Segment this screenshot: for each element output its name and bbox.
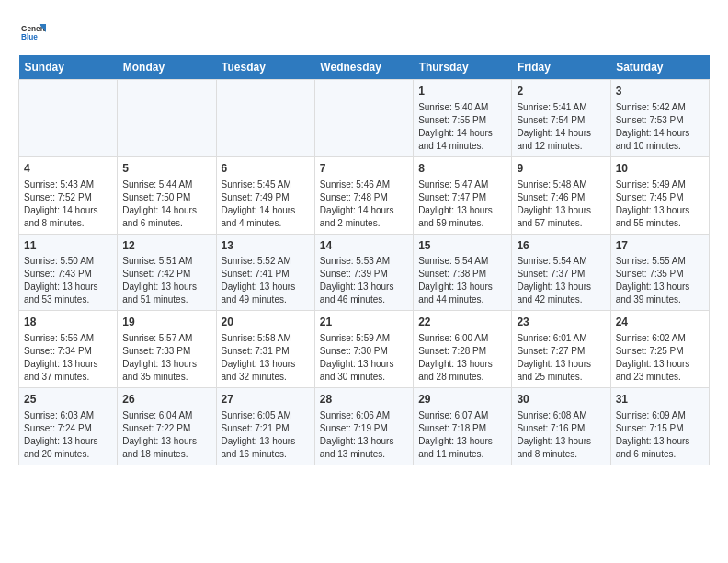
day-number: 17 [616, 238, 704, 254]
day-number: 7 [320, 161, 408, 177]
calendar-cell: 10Sunrise: 5:49 AM Sunset: 7:45 PM Dayli… [610, 156, 709, 234]
calendar-cell [314, 80, 413, 157]
day-number: 1 [418, 84, 506, 99]
calendar-week-2: 4Sunrise: 5:43 AM Sunset: 7:52 PM Daylig… [19, 156, 710, 234]
day-number: 12 [122, 238, 210, 254]
header-day-saturday: Saturday [610, 55, 709, 80]
day-info: Sunrise: 6:03 AM Sunset: 7:24 PM Dayligh… [24, 409, 112, 461]
day-info: Sunrise: 6:00 AM Sunset: 7:28 PM Dayligh… [418, 332, 506, 384]
day-info: Sunrise: 6:05 AM Sunset: 7:21 PM Dayligh… [222, 409, 310, 461]
day-number: 3 [616, 84, 704, 99]
day-info: Sunrise: 6:07 AM Sunset: 7:18 PM Dayligh… [418, 409, 506, 461]
calendar-cell: 7Sunrise: 5:46 AM Sunset: 7:48 PM Daylig… [314, 156, 413, 234]
day-info: Sunrise: 5:53 AM Sunset: 7:39 PM Dayligh… [320, 255, 408, 306]
calendar-cell: 13Sunrise: 5:52 AM Sunset: 7:41 PM Dayli… [216, 234, 314, 311]
calendar-body: 1Sunrise: 5:40 AM Sunset: 7:55 PM Daylig… [19, 80, 710, 465]
day-number: 2 [517, 84, 605, 99]
day-info: Sunrise: 6:01 AM Sunset: 7:27 PM Dayligh… [517, 332, 605, 384]
header-day-thursday: Thursday [414, 55, 512, 80]
calendar-cell: 15Sunrise: 5:54 AM Sunset: 7:38 PM Dayli… [414, 234, 512, 311]
day-info: Sunrise: 6:02 AM Sunset: 7:25 PM Dayligh… [616, 332, 704, 384]
calendar-cell: 9Sunrise: 5:48 AM Sunset: 7:46 PM Daylig… [512, 156, 610, 234]
calendar-cell: 22Sunrise: 6:00 AM Sunset: 7:28 PM Dayli… [414, 311, 512, 388]
day-info: Sunrise: 5:50 AM Sunset: 7:43 PM Dayligh… [24, 255, 112, 306]
day-info: Sunrise: 5:44 AM Sunset: 7:50 PM Dayligh… [122, 178, 210, 230]
calendar-cell: 3Sunrise: 5:42 AM Sunset: 7:53 PM Daylig… [610, 80, 709, 157]
day-info: Sunrise: 5:54 AM Sunset: 7:38 PM Dayligh… [418, 255, 506, 306]
day-number: 23 [517, 315, 605, 330]
header-day-sunday: Sunday [19, 55, 118, 80]
svg-text:Blue: Blue [21, 33, 38, 41]
day-number: 4 [24, 161, 112, 177]
calendar-cell: 19Sunrise: 5:57 AM Sunset: 7:33 PM Dayli… [118, 311, 216, 388]
calendar-cell: 26Sunrise: 6:04 AM Sunset: 7:22 PM Dayli… [118, 388, 216, 465]
day-number: 28 [320, 392, 408, 408]
day-number: 26 [122, 392, 210, 408]
header-day-wednesday: Wednesday [314, 55, 413, 80]
day-number: 8 [418, 161, 506, 177]
calendar-week-4: 18Sunrise: 5:56 AM Sunset: 7:34 PM Dayli… [19, 311, 710, 388]
day-number: 24 [616, 315, 704, 330]
calendar-cell: 20Sunrise: 5:58 AM Sunset: 7:31 PM Dayli… [216, 311, 314, 388]
day-number: 14 [320, 238, 408, 254]
calendar-cell: 31Sunrise: 6:09 AM Sunset: 7:15 PM Dayli… [610, 388, 709, 465]
day-number: 9 [517, 161, 605, 177]
calendar-cell [118, 80, 216, 157]
calendar-cell [216, 80, 314, 157]
day-info: Sunrise: 5:43 AM Sunset: 7:52 PM Dayligh… [24, 178, 112, 230]
day-info: Sunrise: 5:47 AM Sunset: 7:47 PM Dayligh… [418, 178, 506, 230]
day-info: Sunrise: 5:52 AM Sunset: 7:41 PM Dayligh… [222, 255, 310, 306]
day-number: 30 [517, 392, 605, 408]
day-number: 25 [24, 392, 112, 408]
header-day-tuesday: Tuesday [216, 55, 314, 80]
page-header: General Blue [18, 18, 710, 46]
calendar-week-5: 25Sunrise: 6:03 AM Sunset: 7:24 PM Dayli… [19, 388, 710, 465]
calendar-cell: 5Sunrise: 5:44 AM Sunset: 7:50 PM Daylig… [118, 156, 216, 234]
calendar-cell: 29Sunrise: 6:07 AM Sunset: 7:18 PM Dayli… [414, 388, 512, 465]
day-info: Sunrise: 5:46 AM Sunset: 7:48 PM Dayligh… [320, 178, 408, 230]
calendar-cell: 2Sunrise: 5:41 AM Sunset: 7:54 PM Daylig… [512, 80, 610, 157]
day-info: Sunrise: 5:58 AM Sunset: 7:31 PM Dayligh… [222, 332, 310, 384]
day-number: 19 [122, 315, 210, 330]
day-info: Sunrise: 5:42 AM Sunset: 7:53 PM Dayligh… [616, 101, 704, 153]
day-info: Sunrise: 6:04 AM Sunset: 7:22 PM Dayligh… [122, 409, 210, 461]
day-info: Sunrise: 5:55 AM Sunset: 7:35 PM Dayligh… [616, 255, 704, 306]
day-number: 18 [24, 315, 112, 330]
day-number: 13 [222, 238, 310, 254]
calendar-cell: 6Sunrise: 5:45 AM Sunset: 7:49 PM Daylig… [216, 156, 314, 234]
calendar-cell: 30Sunrise: 6:08 AM Sunset: 7:16 PM Dayli… [512, 388, 610, 465]
day-info: Sunrise: 5:41 AM Sunset: 7:54 PM Dayligh… [517, 101, 605, 153]
day-info: Sunrise: 5:59 AM Sunset: 7:30 PM Dayligh… [320, 332, 408, 384]
day-info: Sunrise: 6:08 AM Sunset: 7:16 PM Dayligh… [517, 409, 605, 461]
day-info: Sunrise: 5:49 AM Sunset: 7:45 PM Dayligh… [616, 178, 704, 230]
day-info: Sunrise: 5:57 AM Sunset: 7:33 PM Dayligh… [122, 332, 210, 384]
day-number: 15 [418, 238, 506, 254]
day-number: 31 [616, 392, 704, 408]
day-number: 27 [222, 392, 310, 408]
calendar-cell: 17Sunrise: 5:55 AM Sunset: 7:35 PM Dayli… [610, 234, 709, 311]
calendar-cell: 24Sunrise: 6:02 AM Sunset: 7:25 PM Dayli… [610, 311, 709, 388]
day-info: Sunrise: 5:56 AM Sunset: 7:34 PM Dayligh… [24, 332, 112, 384]
day-info: Sunrise: 6:09 AM Sunset: 7:15 PM Dayligh… [616, 409, 704, 461]
calendar-cell: 12Sunrise: 5:51 AM Sunset: 7:42 PM Dayli… [118, 234, 216, 311]
header-row: SundayMondayTuesdayWednesdayThursdayFrid… [19, 55, 710, 80]
calendar-header: SundayMondayTuesdayWednesdayThursdayFrid… [19, 55, 710, 80]
day-number: 11 [24, 238, 112, 254]
day-info: Sunrise: 5:51 AM Sunset: 7:42 PM Dayligh… [122, 255, 210, 306]
calendar-cell: 21Sunrise: 5:59 AM Sunset: 7:30 PM Dayli… [314, 311, 413, 388]
calendar-cell: 25Sunrise: 6:03 AM Sunset: 7:24 PM Dayli… [19, 388, 118, 465]
calendar-cell: 23Sunrise: 6:01 AM Sunset: 7:27 PM Dayli… [512, 311, 610, 388]
calendar-cell: 14Sunrise: 5:53 AM Sunset: 7:39 PM Dayli… [314, 234, 413, 311]
day-number: 6 [222, 161, 310, 177]
header-day-friday: Friday [512, 55, 610, 80]
day-info: Sunrise: 5:40 AM Sunset: 7:55 PM Dayligh… [418, 101, 506, 153]
day-number: 5 [122, 161, 210, 177]
day-number: 22 [418, 315, 506, 330]
calendar-cell: 18Sunrise: 5:56 AM Sunset: 7:34 PM Dayli… [19, 311, 118, 388]
calendar-cell: 8Sunrise: 5:47 AM Sunset: 7:47 PM Daylig… [414, 156, 512, 234]
calendar-table: SundayMondayTuesdayWednesdayThursdayFrid… [18, 55, 710, 465]
calendar-week-3: 11Sunrise: 5:50 AM Sunset: 7:43 PM Dayli… [19, 234, 710, 311]
day-number: 10 [616, 161, 704, 177]
calendar-cell: 4Sunrise: 5:43 AM Sunset: 7:52 PM Daylig… [19, 156, 118, 234]
header-day-monday: Monday [118, 55, 216, 80]
